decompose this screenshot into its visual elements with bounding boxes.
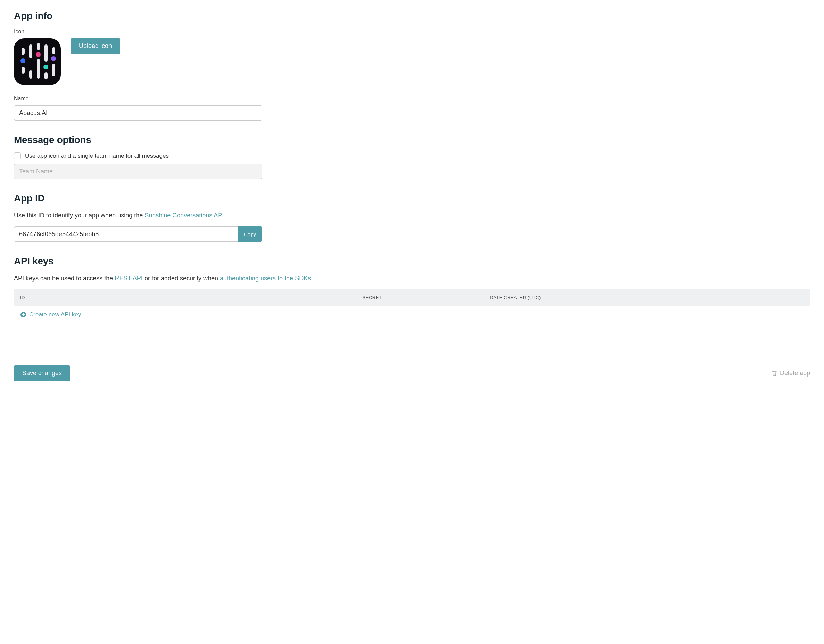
team-name-input — [14, 164, 262, 179]
sunshine-api-link[interactable]: Sunshine Conversations API — [145, 212, 224, 219]
app-id-desc-suffix: . — [224, 212, 226, 219]
api-keys-col-id: ID — [14, 289, 357, 306]
app-id-desc-prefix: Use this ID to identify your app when us… — [14, 212, 145, 219]
app-id-heading: App ID — [14, 193, 810, 204]
save-changes-button[interactable]: Save changes — [14, 366, 70, 381]
upload-icon-button[interactable]: Upload icon — [71, 38, 120, 54]
app-icon-image — [14, 38, 61, 85]
api-keys-desc-prefix: API keys can be used to access the — [14, 275, 115, 282]
api-keys-col-date: DATE CREATED (UTC) — [484, 289, 810, 306]
plus-circle-icon — [20, 312, 26, 318]
api-keys-desc-mid: or for added security when — [143, 275, 220, 282]
create-api-key-link[interactable]: Create new API key — [20, 311, 81, 318]
app-name-input[interactable] — [14, 105, 262, 120]
icon-label: Icon — [14, 28, 810, 35]
create-api-key-label: Create new API key — [29, 311, 81, 318]
use-app-icon-label: Use app icon and a single team name for … — [25, 152, 169, 160]
copy-app-id-button[interactable]: Copy — [238, 226, 262, 242]
app-info-heading: App info — [14, 11, 810, 22]
trash-icon — [772, 370, 777, 377]
use-app-icon-checkbox[interactable] — [14, 152, 21, 160]
api-keys-heading: API keys — [14, 256, 810, 267]
message-options-heading: Message options — [14, 134, 810, 146]
auth-sdk-link[interactable]: authenticating users to the SDKs — [220, 275, 311, 282]
api-keys-col-secret: SECRET — [357, 289, 484, 306]
name-label: Name — [14, 95, 810, 102]
rest-api-link[interactable]: REST API — [115, 275, 143, 282]
api-keys-description: API keys can be used to access the REST … — [14, 274, 810, 283]
app-id-description: Use this ID to identify your app when us… — [14, 211, 810, 220]
app-id-input[interactable] — [14, 226, 238, 242]
delete-app-link[interactable]: Delete app — [772, 370, 810, 377]
api-keys-table: ID SECRET DATE CREATED (UTC) — [14, 289, 810, 306]
api-keys-desc-suffix: . — [311, 275, 313, 282]
delete-app-label: Delete app — [780, 370, 810, 377]
